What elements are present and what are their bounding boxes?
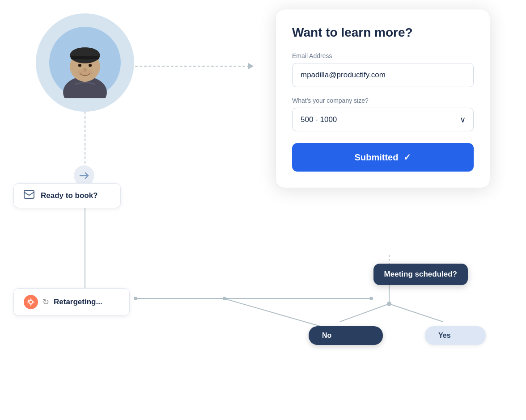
email-icon	[24, 190, 34, 199]
meeting-scheduled-label: Meeting scheduled?	[384, 270, 457, 278]
yes-label: Yes	[438, 332, 451, 339]
svg-line-15	[389, 304, 443, 322]
svg-point-16	[387, 302, 391, 306]
svg-line-14	[340, 304, 389, 322]
svg-point-11	[369, 297, 373, 300]
main-canvas: Want to learn more? Email Address What's…	[0, 0, 526, 420]
email-label: Email Address	[292, 52, 474, 59]
avatar-image	[49, 27, 121, 98]
svg-point-27	[89, 64, 92, 67]
company-size-label: What's your company size?	[292, 97, 474, 104]
ready-to-book-label: Ready to book?	[41, 191, 98, 200]
company-size-wrapper: 1 - 10 11 - 50 51 - 200 200 - 500 500 - …	[292, 108, 474, 131]
svg-point-18	[223, 297, 226, 300]
hubspot-icon	[24, 295, 38, 309]
retargeting-label: Retargeting...	[54, 298, 102, 307]
svg-point-33	[30, 301, 32, 303]
submit-label: Submitted	[355, 152, 399, 163]
form-title: Want to learn more?	[292, 25, 474, 40]
no-button[interactable]: No	[309, 326, 383, 345]
refresh-icon: ↻	[42, 297, 49, 307]
svg-rect-25	[71, 56, 99, 59]
send-icon	[79, 171, 89, 181]
svg-marker-1	[248, 63, 254, 69]
svg-point-29	[77, 69, 93, 76]
avatar-background	[36, 13, 134, 112]
svg-point-8	[134, 297, 137, 300]
svg-point-9	[223, 297, 226, 300]
envelope-icon	[24, 190, 34, 202]
email-input[interactable]	[292, 63, 474, 87]
svg-point-24	[70, 47, 100, 63]
avatar	[36, 13, 134, 112]
no-label: No	[322, 332, 331, 339]
form-card: Want to learn more? Email Address What's…	[276, 9, 490, 188]
svg-point-26	[78, 64, 81, 67]
meeting-scheduled-box: Meeting scheduled?	[373, 264, 468, 285]
yes-button[interactable]: Yes	[425, 326, 486, 345]
retargeting-box: ↻ Retargeting...	[13, 288, 130, 316]
svg-rect-30	[24, 190, 34, 198]
submit-button[interactable]: Submitted ✓	[292, 143, 474, 172]
ready-to-book-box: Ready to book?	[13, 183, 121, 208]
svg-line-17	[224, 298, 331, 329]
company-size-select[interactable]: 1 - 10 11 - 50 51 - 200 200 - 500 500 - …	[292, 108, 474, 131]
check-icon: ✓	[403, 152, 411, 163]
